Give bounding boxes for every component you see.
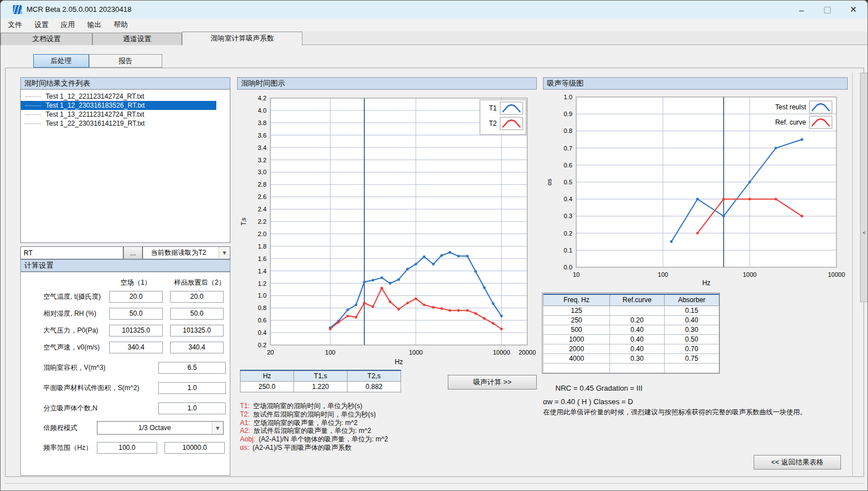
menu-item-0[interactable]: 文件 — [2, 19, 28, 32]
field-input-1[interactable] — [109, 342, 163, 353]
menu-item-1[interactable]: 设置 — [28, 19, 55, 32]
chevron-down-icon: ▼ — [219, 247, 230, 259]
svg-text:2.6: 2.6 — [258, 193, 266, 200]
grade-cell: 2000 — [544, 344, 610, 353]
app-window: MCR Beta 2.05.0.001 20230418 – ▢ ✕ 文件设置应… — [0, 0, 868, 491]
field-label: 大气压力，P0(Pa) — [21, 326, 109, 335]
svg-text:3.2: 3.2 — [258, 157, 266, 163]
form-row: 平面吸声材料试件面积，S(m^2) — [21, 382, 230, 394]
field-input-2[interactable] — [170, 308, 224, 320]
table-row: 250.0 1.220 0.882 — [241, 381, 401, 392]
svg-text:1000: 1000 — [409, 349, 422, 356]
rt-result-hz: 250.0 — [241, 381, 294, 392]
svg-text:0.4: 0.4 — [258, 329, 266, 336]
svg-text:1000: 1000 — [743, 271, 756, 278]
grade-table-col-1: Ref.curve — [610, 294, 665, 306]
field-input-2[interactable] — [170, 325, 224, 337]
subtab-postprocess[interactable]: 后处理 — [33, 54, 89, 68]
field-input-1[interactable] — [109, 308, 163, 320]
note-line: A1:空场混响室的吸声量，单位为: m^2 — [240, 419, 538, 427]
list-item[interactable]: Test 1_12_230316183526_RT.txt — [21, 101, 216, 110]
field-input[interactable] — [158, 402, 226, 414]
note-text: (A2-A1)/S 平面吸声体的吸声系数 — [252, 444, 351, 452]
field-input-2[interactable] — [170, 342, 224, 353]
rt-chart-svg: 0.20.40.60.81.01.21.41.61.82.02.22.42.62… — [238, 90, 536, 366]
grade-chart-header: 吸声等级图 — [543, 77, 848, 90]
svg-text:T,s: T,s — [240, 217, 247, 225]
nrc-result-text: NRC = 0.45 Gradation = III — [555, 384, 643, 392]
tab-reverb-absorption[interactable]: 混响室计算吸声系数 — [182, 32, 302, 46]
menu-item-2[interactable]: 应用 — [55, 19, 81, 32]
note-key: A2: — [240, 427, 250, 435]
note-text: 放试件后混响室的混响时间，单位为秒(s) — [253, 410, 376, 418]
svg-text:4.0: 4.0 — [258, 107, 266, 114]
maximize-button[interactable]: ▢ — [814, 1, 840, 19]
list-item[interactable]: Test 1_22_230316141219_RT.txt — [21, 119, 230, 128]
svg-text:2.4: 2.4 — [258, 206, 266, 213]
column-header-with-sample: 样品放置后（2） — [170, 276, 230, 289]
freq-max-input[interactable] — [164, 442, 225, 454]
browse-button[interactable]: ... — [123, 246, 143, 259]
svg-text:0.6: 0.6 — [564, 162, 572, 169]
grade-table-col-2: Absorber — [665, 294, 719, 306]
file-list-header: 混时间结果文件列表 — [20, 77, 230, 90]
note-text: 放试件后混响室的吸声量，单位为: m^2 — [253, 427, 371, 435]
grade-cell — [610, 363, 665, 373]
form-row: 空气声速，v0(m/s) — [21, 341, 230, 353]
chevron-down-icon: ▼ — [212, 422, 223, 434]
svg-text:Hz: Hz — [395, 358, 403, 366]
svg-text:0.1: 0.1 — [564, 247, 572, 254]
freq-min-input[interactable] — [97, 442, 157, 454]
menu-item-3[interactable]: 输出 — [81, 19, 108, 32]
close-button[interactable]: ✕ — [840, 1, 866, 19]
subtab-report[interactable]: 报告 — [89, 54, 162, 68]
list-item[interactable]: Test 1_13_221123142724_RT.txt — [21, 110, 230, 119]
list-item[interactable]: Test 1_12_221123142724_RT.txt — [21, 92, 230, 101]
svg-text:2.8: 2.8 — [258, 181, 266, 188]
rt-result-col-hz: Hz — [241, 370, 294, 381]
grade-cell: 0.40 — [610, 325, 665, 334]
svg-text:3.8: 3.8 — [258, 120, 266, 126]
svg-text:αs: αs — [546, 179, 553, 185]
tab-channel-settings[interactable]: 通道设置 — [92, 33, 182, 45]
minimize-button[interactable]: – — [789, 1, 814, 19]
grade-table-col-0: Freq. Hz — [544, 294, 610, 306]
form-row-octave: 倍频程模式1/3 Octave▼ — [21, 421, 230, 435]
window-title: MCR Beta 2.05.0.001 20230418 — [26, 5, 131, 14]
grade-cell: 0.40 — [665, 315, 719, 325]
note-line: αs:(A2-A1)/S 平面吸声体的吸声系数 — [240, 444, 538, 452]
back-to-results-button[interactable]: << 返回结果表格 — [754, 455, 841, 470]
file-name: Test 1_12_221123142724_RT.txt — [46, 92, 144, 100]
advice-text: 在使用此单值评价量的时候，强烈建议与按照标准获得的完整的吸声系数曲线一块使用。 — [543, 408, 836, 417]
grade-cell: 125 — [544, 306, 610, 315]
svg-text:20000: 20000 — [519, 349, 536, 356]
grade-table-head: Freq. HzRef.curveAbsorber — [544, 294, 719, 306]
svg-text:100: 100 — [658, 271, 668, 278]
field-input-1[interactable] — [109, 291, 163, 303]
absorption-calc-button[interactable]: 吸声计算 >> — [448, 375, 537, 390]
svg-text:2.2: 2.2 — [258, 218, 266, 225]
field-input[interactable] — [158, 382, 226, 394]
svg-text:10000: 10000 — [493, 349, 510, 356]
table-row — [544, 363, 719, 373]
svg-text:10: 10 — [573, 271, 580, 278]
title-bar: MCR Beta 2.05.0.001 20230418 – ▢ ✕ — [1, 1, 867, 19]
grade-cell: 0.30 — [610, 353, 665, 363]
svg-text:0.9: 0.9 — [564, 110, 572, 117]
field-input[interactable] — [158, 362, 226, 374]
svg-text:0.8: 0.8 — [564, 127, 572, 134]
svg-text:0.8: 0.8 — [258, 304, 266, 311]
octave-mode-select[interactable]: 1/3 Octave▼ — [97, 421, 224, 435]
data-mode-select[interactable]: 当前数据读取为T2 ▼ — [143, 246, 230, 259]
rt-name-input[interactable] — [20, 246, 123, 259]
grade-cell — [610, 306, 665, 315]
menu-item-4[interactable]: 帮助 — [108, 19, 134, 32]
tab-document-settings[interactable]: 文档设置 — [1, 33, 92, 45]
field-input-2[interactable] — [170, 291, 224, 303]
grade-cell: 0.40 — [610, 344, 665, 353]
tree-branch-icon — [25, 105, 41, 106]
file-name: Test 1_12_230316183526_RT.txt — [46, 101, 145, 109]
note-key: T1: — [240, 402, 250, 410]
field-input-1[interactable] — [109, 325, 163, 337]
collapse-panel-toggle[interactable]: < — [860, 73, 868, 302]
